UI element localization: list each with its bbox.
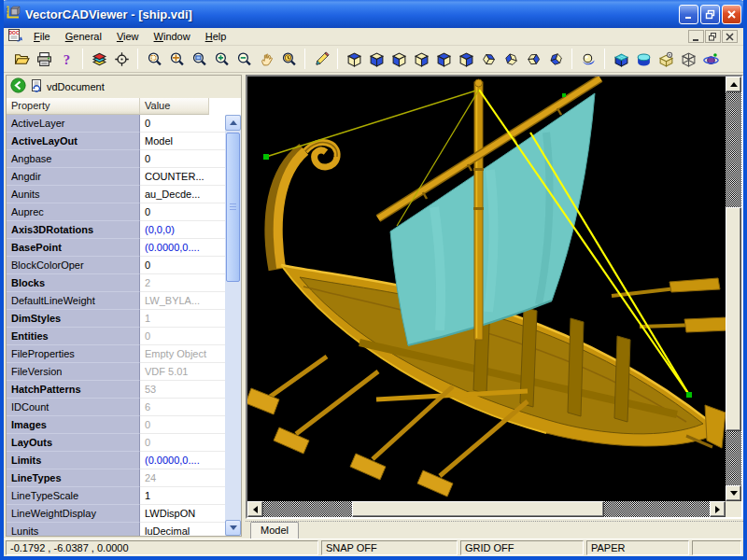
scroll-down-button[interactable] [225, 520, 241, 536]
hscroll-left-button[interactable] [247, 501, 263, 517]
viewport-hscrollbar[interactable] [247, 501, 726, 517]
zoom-previous-button[interactable] [277, 49, 300, 70]
property-row[interactable]: Angbase0 [7, 150, 225, 168]
property-row[interactable]: LineWeightDisplayLWDispON [7, 505, 225, 523]
property-value[interactable]: 6 [140, 399, 225, 416]
view-bottom-button[interactable] [365, 49, 388, 70]
view-left-button[interactable] [388, 49, 410, 70]
property-value[interactable]: Model [140, 133, 225, 150]
wireframe-button[interactable] [677, 49, 699, 70]
property-row[interactable]: Aunitsau_Decde... [7, 186, 225, 203]
property-value[interactable]: 0 [140, 203, 225, 221]
tab-model[interactable]: Model [250, 522, 299, 539]
property-value[interactable]: 0 [140, 257, 225, 274]
property-value[interactable]: 1 [140, 310, 225, 328]
close-button[interactable] [722, 5, 741, 24]
property-value[interactable]: 2 [140, 274, 225, 292]
property-row[interactable]: DefaultLineWeightLW_BYLA... [7, 292, 225, 310]
property-row[interactable]: BasePoint(0.0000,0.... [7, 239, 225, 257]
property-value[interactable]: 0 [140, 150, 225, 168]
property-value[interactable]: luDecimal [140, 523, 225, 536]
iso-se-button[interactable] [500, 49, 522, 70]
hscroll-track2[interactable] [604, 501, 710, 517]
hscroll-track[interactable] [263, 501, 352, 517]
orbit-button[interactable] [699, 49, 722, 70]
viewport-vscrollbar[interactable] [726, 77, 741, 501]
view-top-button[interactable] [343, 49, 365, 70]
column-header-value[interactable]: Value [140, 98, 209, 115]
zoom-out-button[interactable] [233, 49, 255, 70]
property-row[interactable]: BlockColorOper0 [7, 257, 225, 274]
status-grid[interactable]: GRID OFF [460, 540, 584, 555]
property-row[interactable]: Blocks2 [7, 274, 225, 292]
property-row[interactable]: Images0 [7, 416, 225, 434]
property-value[interactable]: 24 [140, 469, 225, 487]
property-row[interactable]: Limits(0.0000,0.... [7, 452, 225, 469]
property-row[interactable]: LayOuts0 [7, 434, 225, 452]
property-row[interactable]: LineTypes24 [7, 469, 225, 487]
shade-flat-button[interactable] [610, 49, 632, 70]
status-snap[interactable]: SNAP OFF [321, 540, 458, 555]
hscroll-right-button[interactable] [710, 501, 726, 517]
property-value[interactable]: 0 [140, 328, 225, 345]
property-value[interactable]: 0 [140, 416, 225, 434]
property-row[interactable]: HatchPatterns53 [7, 381, 225, 399]
menu-window[interactable]: Window [147, 29, 198, 44]
scrollbar-thumb[interactable] [226, 133, 240, 282]
property-value[interactable]: VDF 5.01 [140, 363, 225, 381]
property-value[interactable]: 1 [140, 487, 225, 505]
vscroll-down-button[interactable] [726, 485, 741, 501]
back-icon[interactable] [10, 77, 26, 97]
zoom-all-button[interactable] [165, 49, 188, 70]
property-value[interactable]: 53 [140, 381, 225, 399]
mdi-minimize-button[interactable] [688, 30, 704, 43]
mdi-close-button[interactable] [722, 30, 738, 43]
iso-ne-button[interactable] [522, 49, 544, 70]
restore-button[interactable] [700, 5, 720, 24]
menu-file[interactable]: File [26, 29, 58, 44]
center-button[interactable] [110, 49, 133, 70]
menu-view[interactable]: View [109, 29, 147, 44]
view-right-button[interactable] [410, 49, 432, 70]
menu-general[interactable]: General [58, 29, 109, 44]
iso-nw-button[interactable] [544, 49, 567, 70]
pan-button[interactable] [255, 49, 277, 70]
property-value[interactable]: LW_BYLA... [140, 292, 225, 310]
layers-button[interactable] [88, 49, 110, 70]
property-row[interactable]: ActiveLayer0 [7, 115, 225, 133]
minimize-button[interactable] [679, 5, 698, 24]
iso-sw-button[interactable] [477, 49, 500, 70]
property-value[interactable]: COUNTER... [140, 168, 225, 186]
refresh-icon[interactable] [30, 78, 43, 96]
view-front-button[interactable] [432, 49, 455, 70]
viewport-3d-canvas[interactable] [247, 77, 726, 501]
zoom-window-button[interactable] [188, 49, 210, 70]
help-button[interactable]: ? [55, 49, 78, 70]
vscroll-track[interactable] [726, 92, 741, 207]
view-back-button[interactable] [455, 49, 477, 70]
property-row[interactable]: IDCount6 [7, 399, 225, 416]
mdi-restore-button[interactable] [705, 30, 721, 43]
property-row[interactable]: ActiveLayOutModel [7, 133, 225, 150]
property-value[interactable]: (0.0000,0.... [140, 239, 225, 257]
property-row[interactable]: Auprec0 [7, 203, 225, 221]
pencil-button[interactable] [310, 49, 332, 70]
zoom-in-button[interactable] [210, 49, 233, 70]
property-value[interactable]: (0.0000,0.... [140, 452, 225, 469]
property-row[interactable]: AngdirCOUNTER... [7, 168, 225, 186]
print-button[interactable] [33, 49, 55, 70]
property-value[interactable]: 0 [140, 434, 225, 452]
property-row[interactable]: Entities0 [7, 328, 225, 345]
property-value[interactable]: au_Decde... [140, 186, 225, 203]
vscroll-up-button[interactable] [726, 77, 741, 92]
vscroll-track2[interactable] [726, 431, 741, 485]
open-button[interactable] [10, 49, 33, 70]
property-value[interactable]: (0,0,0) [140, 221, 225, 239]
shade-hidden-button[interactable] [655, 49, 677, 70]
property-value[interactable]: 0 [140, 115, 225, 133]
shade-gouraud-button[interactable] [632, 49, 655, 70]
property-row[interactable]: Axis3DRotations(0,0,0) [7, 221, 225, 239]
property-value[interactable]: Empty Object [140, 345, 225, 363]
menu-help[interactable]: Help [198, 29, 234, 44]
vscroll-thumb[interactable] [726, 207, 741, 431]
